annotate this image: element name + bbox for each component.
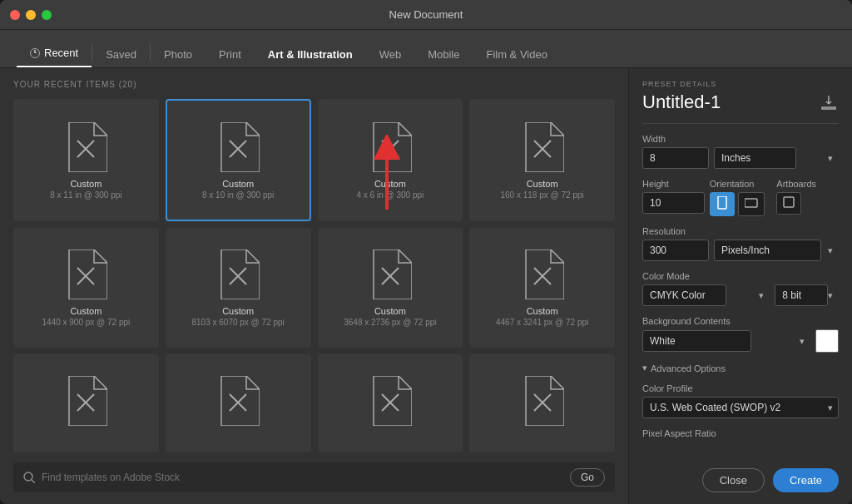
- item-name-4: Custom: [70, 306, 102, 316]
- doc-icon-9: [216, 376, 260, 426]
- grid-item-9[interactable]: [166, 354, 311, 452]
- close-button[interactable]: [10, 10, 20, 20]
- tab-recent[interactable]: Recent: [17, 40, 92, 67]
- bg-select-wrapper: White Black Background Color Transparent: [642, 330, 810, 352]
- artboard-toggle[interactable]: [776, 192, 801, 215]
- item-desc-5: 8103 x 6070 px @ 72 ppi: [191, 318, 284, 327]
- color-profile-wrapper: U.S. Web Coated (SWOP) v2 sRGB IEC61966-…: [642, 397, 839, 418]
- svg-line-27: [32, 480, 35, 483]
- bit-depth-wrapper: 8 bit 16 bit 32 bit: [775, 284, 839, 306]
- doc-icon-4: [64, 250, 107, 299]
- svg-rect-29: [745, 199, 757, 207]
- svg-rect-28: [718, 196, 726, 209]
- doc-icon-10: [369, 376, 412, 426]
- grid-item-4[interactable]: Custom 1440 x 900 px @ 72 ppi: [13, 228, 159, 347]
- tab-film[interactable]: Film & Video: [473, 42, 560, 67]
- window-controls: [10, 10, 52, 20]
- grid-item-11[interactable]: [469, 354, 615, 452]
- item-name-3: Custom: [527, 179, 558, 189]
- clock-icon: [30, 48, 40, 58]
- item-desc-6: 3648 x 2736 px @ 72 ppi: [344, 318, 436, 327]
- orientation-group: [710, 192, 772, 216]
- item-desc-1: 8 x 10 in @ 300 ppi: [202, 190, 274, 200]
- save-preset-icon[interactable]: [819, 92, 839, 112]
- tab-bar: Recent Saved Photo Print Art & Illustrat…: [0, 30, 852, 68]
- height-orient-row: Height Orientation: [642, 179, 839, 216]
- tab-saved[interactable]: Saved: [92, 42, 150, 67]
- item-name-0: Custom: [70, 179, 102, 189]
- bg-color-swatch[interactable]: [815, 329, 839, 353]
- grid-item-3[interactable]: Custom 160 x 118 px @ 72 ppi: [469, 99, 615, 221]
- doc-icon-0: [64, 122, 107, 172]
- tab-web[interactable]: Web: [366, 42, 415, 67]
- grid-item-0[interactable]: Custom 8 x 11 in @ 300 ppi: [13, 99, 159, 221]
- grid-item-5[interactable]: Custom 8103 x 6070 px @ 72 ppi: [166, 228, 311, 347]
- bit-depth-select[interactable]: 8 bit 16 bit 32 bit: [775, 284, 828, 306]
- grid-item-2[interactable]: Custom 4 x 6 in @ 300 ppi: [318, 99, 463, 221]
- search-input[interactable]: [42, 472, 563, 483]
- doc-icon-1: [216, 122, 260, 172]
- app-window: New Document Recent Saved Photo Print Ar…: [0, 0, 852, 504]
- grid-item-7[interactable]: Custom 4467 x 3241 px @ 72 ppi: [469, 228, 615, 347]
- minimize-button[interactable]: [26, 10, 36, 20]
- item-desc-3: 160 x 118 px @ 72 ppi: [501, 190, 584, 200]
- tab-photo[interactable]: Photo: [151, 42, 206, 67]
- color-profile-field: Color Profile U.S. Web Coated (SWOP) v2 …: [642, 383, 839, 418]
- width-field: Width Inches Pixels Millimeters Centimet…: [642, 134, 839, 169]
- divider-1: [642, 123, 839, 124]
- item-name-2: Custom: [374, 179, 406, 189]
- width-label: Width: [642, 134, 839, 144]
- tab-print[interactable]: Print: [206, 42, 255, 67]
- grid-item-10[interactable]: [318, 354, 463, 452]
- resolution-input[interactable]: [642, 240, 709, 261]
- height-input[interactable]: [642, 192, 705, 214]
- items-grid: Custom 8 x 11 in @ 300 ppi Custom 8 x 10…: [13, 99, 615, 452]
- titlebar: New Document: [0, 0, 852, 30]
- close-button[interactable]: Close: [702, 468, 765, 492]
- resolution-unit-select[interactable]: Pixels/Inch Pixels/Centimeter: [714, 240, 821, 261]
- artboards-label: Artboards: [776, 179, 839, 189]
- item-desc-7: 4467 x 3241 px @ 72 ppi: [496, 318, 588, 327]
- width-unit-select[interactable]: Inches Pixels Millimeters Centimeters: [714, 147, 796, 169]
- chevron-down-icon: ▾: [642, 363, 647, 373]
- doc-icon-5: [216, 250, 260, 299]
- height-field: Height: [642, 179, 705, 214]
- go-button[interactable]: Go: [570, 468, 605, 487]
- color-profile-label: Color Profile: [642, 383, 839, 393]
- bg-select[interactable]: White Black Background Color Transparent: [642, 330, 751, 352]
- svg-point-26: [24, 472, 32, 481]
- background-field: Background Contents White Black Backgrou…: [642, 316, 839, 353]
- grid-item-1[interactable]: Custom 8 x 10 in @ 300 ppi: [166, 99, 311, 221]
- pixel-ratio-field: Pixel Aspect Ratio: [642, 428, 839, 442]
- section-title: YOUR RECENT ITEMS (20): [13, 80, 615, 89]
- artboards-field: Artboards: [776, 179, 839, 215]
- landscape-button[interactable]: [738, 192, 765, 216]
- doc-icon-7: [521, 250, 564, 299]
- grid-item-8[interactable]: [13, 354, 159, 452]
- orientation-field: Orientation: [710, 179, 772, 216]
- color-mode-wrapper: CMYK Color RGB Color Grayscale: [642, 284, 770, 306]
- portrait-button[interactable]: [710, 192, 735, 216]
- item-name-7: Custom: [527, 306, 558, 316]
- color-profile-select[interactable]: U.S. Web Coated (SWOP) v2 sRGB IEC61966-…: [642, 397, 839, 418]
- width-input[interactable]: [642, 147, 709, 169]
- color-mode-label: Color Mode: [642, 271, 839, 281]
- tab-art[interactable]: Art & Illustration: [255, 42, 366, 67]
- doc-icon-2: [369, 122, 412, 172]
- doc-icon-3: [521, 122, 564, 172]
- height-label: Height: [642, 179, 705, 189]
- svg-rect-30: [784, 197, 794, 207]
- item-desc-2: 4 x 6 in @ 300 ppi: [356, 190, 424, 200]
- doc-icon-6: [369, 250, 412, 299]
- preset-label: PRESET DETAILS: [642, 80, 839, 88]
- color-mode-select[interactable]: CMYK Color RGB Color Grayscale: [642, 284, 726, 306]
- advanced-toggle[interactable]: ▾ Advanced Options: [642, 363, 839, 373]
- bottom-buttons: Close Create: [642, 462, 839, 492]
- grid-item-6[interactable]: Custom 3648 x 2736 px @ 72 ppi: [318, 228, 463, 347]
- maximize-button[interactable]: [42, 10, 52, 20]
- item-desc-0: 8 x 11 in @ 300 ppi: [50, 190, 121, 200]
- create-button[interactable]: Create: [773, 468, 839, 492]
- main-content: YOUR RECENT ITEMS (20) Custom 8 x 11 in …: [0, 68, 852, 504]
- tab-mobile[interactable]: Mobile: [414, 42, 473, 67]
- width-unit-wrapper: Inches Pixels Millimeters Centimeters: [714, 147, 839, 169]
